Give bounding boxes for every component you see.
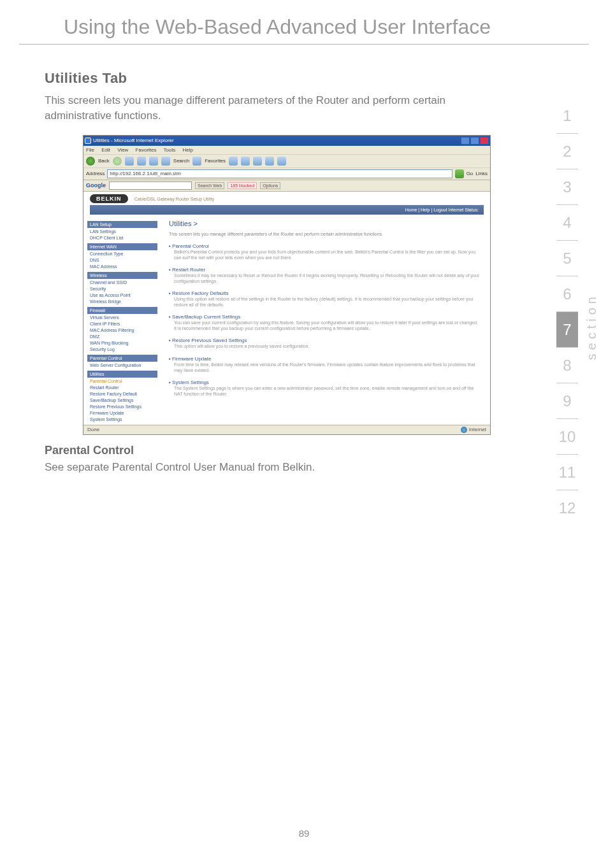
favorites-icon[interactable] <box>192 157 201 166</box>
address-input[interactable]: http://192.168.2.1/util_main.stm <box>107 169 452 178</box>
globe-icon <box>461 427 467 433</box>
utility-item-head[interactable]: Restore Previous Saved Settings <box>169 338 481 343</box>
utility-item-head[interactable]: Firmware Update <box>169 356 481 362</box>
sidebar-link[interactable]: Security Log <box>87 346 157 352</box>
utilities-heading: Utilities Tab <box>45 70 484 87</box>
menubar: File Edit View Favorites Tools Help <box>83 146 490 154</box>
main-heading: Utilities > <box>169 220 481 227</box>
section-tab-3[interactable]: 3 <box>556 169 578 205</box>
section-tab-10[interactable]: 10 <box>556 419 578 455</box>
sidebar-link[interactable]: Web Server Configuration <box>87 362 157 368</box>
menu-view[interactable]: View <box>117 147 128 153</box>
links-label[interactable]: Links <box>475 171 488 176</box>
sidebar-link[interactable]: Restart Router <box>87 384 157 390</box>
favorites-label[interactable]: Favorites <box>205 158 226 164</box>
google-search-input[interactable] <box>109 181 192 190</box>
utility-item: System SettingsThe System Settings page … <box>169 380 481 397</box>
menu-tools[interactable]: Tools <box>164 147 176 153</box>
close-button[interactable] <box>480 137 489 145</box>
utility-item-head[interactable]: Save/Backup Current Settings <box>169 314 481 320</box>
utility-item-head[interactable]: Restart Router <box>169 267 481 273</box>
sidebar-link[interactable]: WAN Ping Blocking <box>87 339 157 346</box>
section-tab-12[interactable]: 12 <box>556 490 578 526</box>
section-tab-7[interactable]: 7 <box>556 312 578 348</box>
sidebar-link[interactable]: Restore Factory Default <box>87 390 157 397</box>
google-search-button[interactable]: Search Web <box>195 182 224 189</box>
sidebar-link[interactable]: DMZ <box>87 333 157 339</box>
back-label[interactable]: Back <box>98 158 110 164</box>
sidebar-link[interactable]: Security <box>87 285 157 292</box>
media-icon[interactable] <box>229 157 238 166</box>
sidebar-link[interactable]: Client IP Filters <box>87 320 157 327</box>
parental-body: See separate Parental Control User Manua… <box>45 460 484 475</box>
menu-file[interactable]: File <box>86 147 94 153</box>
google-toolbar: Google Search Web 185 blocked Options <box>83 180 490 192</box>
history-icon[interactable] <box>241 157 250 166</box>
home-icon[interactable] <box>149 157 158 166</box>
stop-icon[interactable] <box>125 157 134 166</box>
section-tab-5[interactable]: 5 <box>556 241 578 276</box>
back-icon[interactable] <box>86 157 95 166</box>
search-icon[interactable] <box>161 157 170 166</box>
section-tab-11[interactable]: 11 <box>556 455 578 490</box>
section-tab-9[interactable]: 9 <box>556 383 578 419</box>
sidebar-link[interactable]: Channel and SSID <box>87 279 157 285</box>
google-logo[interactable]: Google <box>86 182 106 189</box>
sidebar-link[interactable]: DNS <box>87 257 157 263</box>
utility-item: Restore Factory DefaultsUsing this optio… <box>169 290 481 308</box>
sidebar-link[interactable]: DHCP Client List <box>87 234 157 241</box>
utility-item-body: Belkin's Parental Control protects you a… <box>169 249 481 260</box>
search-label[interactable]: Search <box>173 158 189 164</box>
mail-icon[interactable] <box>253 157 262 166</box>
section-tab-4[interactable]: 4 <box>556 205 578 241</box>
print-icon[interactable] <box>265 157 274 166</box>
belkin-logo: BELKIN <box>90 194 128 203</box>
menu-help[interactable]: Help <box>183 147 193 153</box>
sidebar-link[interactable]: MAC Address Filtering <box>87 327 157 333</box>
utility-item: Restart RouterSometimes it may be necess… <box>169 267 481 284</box>
ie-icon <box>85 138 91 144</box>
edit-icon[interactable] <box>277 157 286 166</box>
page-title: Using the Web-Based Advanced User Interf… <box>19 0 589 45</box>
sidebar-link[interactable]: Wireless Bridge <box>87 298 157 304</box>
section-tab-1[interactable]: 1 <box>556 98 578 134</box>
section-nav: 123456789101112 <box>552 98 583 526</box>
refresh-icon[interactable] <box>137 157 146 166</box>
utilities-body: This screen lets you manage different pa… <box>45 93 484 124</box>
sidebar-link[interactable]: LAN Settings <box>87 228 157 234</box>
section-tab-8[interactable]: 8 <box>556 348 578 383</box>
sidebar-link[interactable]: Firmware Update <box>87 409 157 416</box>
utility-item-head[interactable]: Parental Control <box>169 243 481 249</box>
utility-item-body: From time to time, Belkin may release ne… <box>169 362 481 373</box>
utility-item-head[interactable]: Restore Factory Defaults <box>169 290 481 296</box>
google-options[interactable]: Options <box>260 182 280 189</box>
sidebar-link[interactable]: Use as Access Point <box>87 292 157 298</box>
router-topband: Home | Help | Logout Internet Status: <box>90 205 484 215</box>
sidebar-header: LAN Setup <box>87 221 157 228</box>
sidebar-header: Internet WAN <box>87 243 157 250</box>
sidebar-link[interactable]: Save/Backup Settings <box>87 397 157 403</box>
minimize-button[interactable] <box>461 137 470 145</box>
address-bar: Address http://192.168.2.1/util_main.stm… <box>83 168 490 180</box>
sidebar-link[interactable]: Parental Control <box>87 378 157 384</box>
utility-item-head[interactable]: System Settings <box>169 380 481 385</box>
section-tab-6[interactable]: 6 <box>556 276 578 312</box>
maximize-button[interactable] <box>470 137 479 145</box>
menu-edit[interactable]: Edit <box>101 147 110 153</box>
status-left: Done <box>87 427 99 433</box>
router-header: BELKIN Cable/DSL Gateway Router Setup Ut… <box>83 192 490 216</box>
popup-blocked[interactable]: 185 blocked <box>228 182 257 189</box>
go-button[interactable] <box>455 169 464 178</box>
sidebar-link[interactable]: Restore Previous Settings <box>87 403 157 409</box>
sidebar-link[interactable]: Connection Type <box>87 250 157 257</box>
sidebar-link[interactable]: System Settings <box>87 416 157 422</box>
go-label[interactable]: Go <box>467 171 474 176</box>
menu-favorites[interactable]: Favorites <box>136 147 157 153</box>
sidebar-link[interactable]: Virtual Servers <box>87 314 157 320</box>
section-tab-2[interactable]: 2 <box>556 134 578 169</box>
sidebar-link[interactable]: MAC Address <box>87 263 157 269</box>
sidebar-header: Utilities <box>87 371 157 378</box>
utility-item: Parental ControlBelkin's Parental Contro… <box>169 243 481 260</box>
status-bar: Done Internet <box>83 425 490 434</box>
forward-icon[interactable] <box>113 157 122 166</box>
